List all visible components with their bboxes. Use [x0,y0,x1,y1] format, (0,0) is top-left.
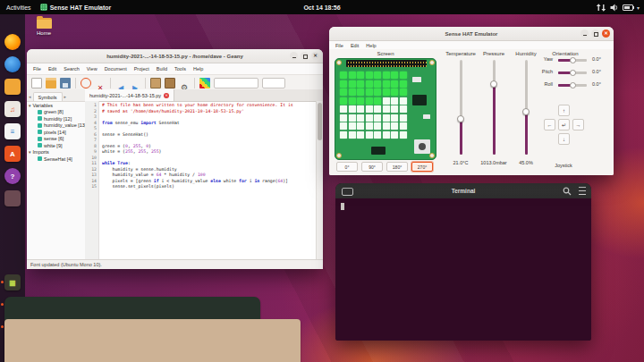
slider-fill [493,84,496,156]
terminal-titlebar[interactable]: Terminal [335,183,591,199]
sense-hat-titlebar[interactable]: Sense HAT Emulator [329,27,614,41]
help-icon: ? [4,168,21,184]
dock-item-thunderbird[interactable] [4,56,21,72]
pressure-slider[interactable] [493,60,496,155]
revert-icon[interactable] [80,78,91,88]
compile-icon[interactable] [150,78,161,88]
code-text[interactable]: # This file has been written to your hom… [102,103,316,260]
symbol-item[interactable]: humidity_value [13] [27,122,85,130]
dock-item-firefox[interactable] [4,34,21,50]
symbol-item[interactable]: humidity [12] [27,115,85,122]
menu-edit[interactable]: Edit [45,66,60,72]
forward-icon[interactable] [130,78,140,88]
search-icon[interactable] [563,187,572,196]
rotation-270-button[interactable]: 270° [411,162,433,172]
editor-scrollbar[interactable] [316,101,323,260]
joystick-enter-button[interactable]: ↵ [558,119,570,130]
maximize-button[interactable] [301,52,309,60]
minimize-button[interactable] [580,29,589,38]
rotation-90-button[interactable]: 90° [361,162,383,172]
file-tab[interactable]: humidity-2021-...-14-18-53-15.py [85,89,174,101]
pressure-slider-handle[interactable] [490,80,497,88]
rotation-0-button[interactable]: 0° [336,162,358,172]
tab-scroll-left-icon[interactable]: ◂ [28,94,32,101]
dock-item-sense-hat-emulator[interactable]: ▦ [4,274,21,290]
geany-titlebar[interactable]: humidity-2021-...-14-18-53-15.py - /home… [27,49,323,63]
gpio-header [346,60,427,67]
joystick-down-button[interactable]: ↓ [558,133,570,145]
symbol-item[interactable]: pixels [14] [27,129,85,136]
close-button[interactable] [602,29,610,38]
close-icon[interactable] [95,78,106,88]
dock-item-libreoffice-writer[interactable]: ≡ [4,123,21,139]
menu-help[interactable]: Help [190,66,207,72]
pitch-slider-handle[interactable] [570,70,576,76]
minimize-button[interactable] [290,52,298,60]
led-cell [383,88,390,96]
battery-icon [623,4,633,11]
temperature-slider[interactable] [460,60,462,155]
menu-search[interactable]: Search [60,66,82,72]
menu-file[interactable]: File [30,66,45,72]
sidebar-tab-symbols[interactable]: Symbols [33,92,63,101]
dock-item-ubuntu-software[interactable]: A [4,146,21,162]
dock-item-rhythmbox[interactable]: ♫ [4,101,21,117]
symbol-item[interactable]: sense [6] [27,136,85,143]
new-icon[interactable] [31,78,42,88]
menu-document[interactable]: Document [101,66,131,72]
menu-tools[interactable]: Tools [171,66,190,72]
dock-item-files[interactable] [4,79,21,95]
symbol-item[interactable]: green [8] [27,109,85,116]
symbol-item[interactable]: white [9] [27,142,85,149]
menu-icon[interactable] [579,187,586,195]
maximize-button[interactable] [591,29,599,38]
toolbar-goto-entry[interactable] [262,78,285,88]
symbol-group-variables[interactable]: ▾Variables [27,102,85,109]
code-area[interactable]: 123456789101112131415 # This file has be… [85,101,323,260]
system-tray[interactable]: ▾ [596,0,640,14]
dock-item-terminal[interactable]: >_ [4,297,21,313]
humidity-slider-handle[interactable] [522,108,530,115]
activities-button[interactable]: Activities [6,4,31,11]
menu-file[interactable]: File [332,43,347,48]
toolbar-search-entry[interactable] [214,78,258,88]
menu-help[interactable]: Help [362,43,379,48]
menu-view[interactable]: View [83,66,101,72]
joystick-up-button[interactable]: ↑ [558,105,570,116]
tab-close-icon[interactable] [164,93,169,98]
dock-item-help[interactable]: ? [4,168,21,184]
menu-edit[interactable]: Edit [347,43,362,48]
terminal-body[interactable] [335,198,591,341]
dock-item-geany[interactable]: G [4,319,21,335]
open-icon[interactable] [46,78,56,88]
rotation-180-button[interactable]: 180° [386,162,408,172]
led-cell [349,97,356,105]
yaw-slider-handle[interactable] [570,57,576,63]
joystick-left-button[interactable]: ← [544,119,555,130]
roll-slider-handle[interactable] [570,82,576,88]
symbol-item[interactable]: SenseHat [4] [27,156,85,163]
close-button[interactable] [311,52,319,60]
color-icon[interactable] [199,78,210,88]
focused-app-menu[interactable]: Sense HAT Emulator [40,4,112,11]
dock-item-trash[interactable] [4,190,21,206]
desktop-home-icon[interactable]: Home [32,18,55,36]
symbol-group-imports[interactable]: ▾Imports [27,149,85,156]
save-icon[interactable] [60,78,71,88]
tab-scroll-right-icon[interactable]: ▸ [64,94,68,101]
temperature-slider-handle[interactable] [457,115,464,122]
led-cell [374,114,381,122]
toolbar-separator [145,78,146,88]
symbol-icon [38,137,42,141]
roll-value: 0.0° [592,81,601,87]
back-icon[interactable] [115,78,126,88]
run-icon[interactable] [179,78,190,88]
build-icon[interactable] [165,78,175,88]
menu-build[interactable]: Build [153,66,171,72]
ubuntu-software-icon: A [4,146,21,162]
joystick-right-button[interactable]: → [572,119,584,130]
toolbar-separator [75,78,76,88]
led-cell [366,105,373,113]
led-cell [374,122,381,130]
menu-project[interactable]: Project [131,66,153,72]
